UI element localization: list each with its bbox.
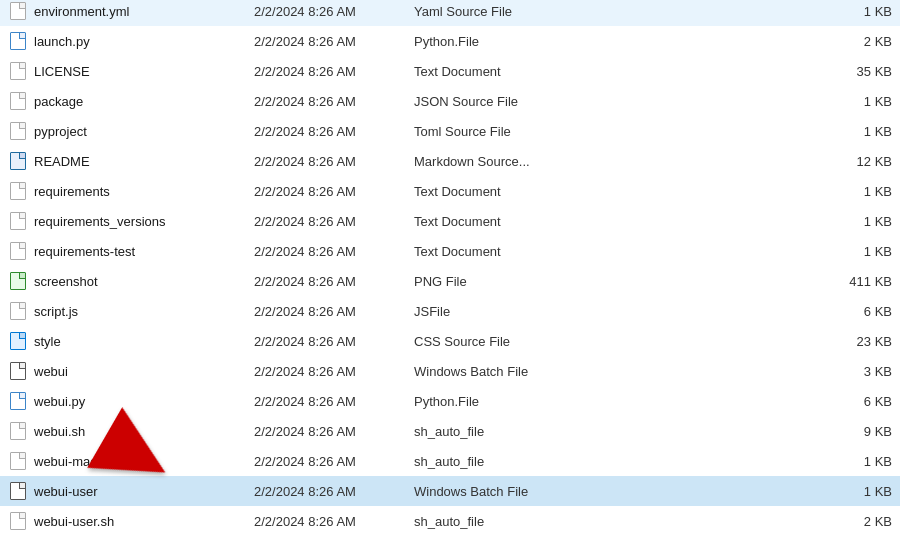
file-name: screenshot	[34, 274, 254, 289]
file-type: Text Document	[414, 184, 822, 199]
table-row[interactable]: environment.yml2/2/2024 8:26 AMYaml Sour…	[0, 0, 900, 26]
file-type: sh_auto_file	[414, 514, 822, 529]
file-date: 2/2/2024 8:26 AM	[254, 4, 414, 19]
file-type: Text Document	[414, 64, 822, 79]
table-row[interactable]: launch.py2/2/2024 8:26 AMPython.File2 KB	[0, 26, 900, 56]
file-name: webui.sh	[34, 424, 254, 439]
file-type: JSFile	[414, 304, 822, 319]
file-type: JSON Source File	[414, 94, 822, 109]
file-type: Yaml Source File	[414, 4, 822, 19]
table-row[interactable]: screenshot2/2/2024 8:26 AMPNG File411 KB	[0, 266, 900, 296]
table-row[interactable]: webui2/2/2024 8:26 AMWindows Batch File3…	[0, 356, 900, 386]
file-date: 2/2/2024 8:26 AM	[254, 364, 414, 379]
table-row[interactable]: package2/2/2024 8:26 AMJSON Source File1…	[0, 86, 900, 116]
file-name: webui	[34, 364, 254, 379]
file-name: LICENSE	[34, 64, 254, 79]
file-size: 2 KB	[822, 514, 892, 529]
file-type: Toml Source File	[414, 124, 822, 139]
file-date: 2/2/2024 8:26 AM	[254, 34, 414, 49]
file-size: 1 KB	[822, 94, 892, 109]
file-date: 2/2/2024 8:26 AM	[254, 244, 414, 259]
table-row[interactable]: requirements-test2/2/2024 8:26 AMText Do…	[0, 236, 900, 266]
file-size: 1 KB	[822, 124, 892, 139]
file-type: Windows Batch File	[414, 484, 822, 499]
file-size: 1 KB	[822, 244, 892, 259]
file-name: style	[34, 334, 254, 349]
file-type: Windows Batch File	[414, 364, 822, 379]
file-icon	[8, 31, 28, 51]
file-type: CSS Source File	[414, 334, 822, 349]
table-row[interactable]: script.js2/2/2024 8:26 AMJSFile6 KB	[0, 296, 900, 326]
file-size: 2 KB	[822, 34, 892, 49]
file-type: Markdown Source...	[414, 154, 822, 169]
file-size: 1 KB	[822, 4, 892, 19]
table-row[interactable]: pyproject2/2/2024 8:26 AMToml Source Fil…	[0, 116, 900, 146]
file-size: 3 KB	[822, 364, 892, 379]
file-list[interactable]: environment.yml2/2/2024 8:26 AMYaml Sour…	[0, 0, 900, 536]
file-date: 2/2/2024 8:26 AM	[254, 304, 414, 319]
file-icon	[8, 151, 28, 171]
table-row[interactable]: webui-user.sh2/2/2024 8:26 AMsh_auto_fil…	[0, 506, 900, 536]
file-type: Python.File	[414, 34, 822, 49]
file-name: README	[34, 154, 254, 169]
file-size: 411 KB	[822, 274, 892, 289]
file-name: webui-maco...	[34, 454, 254, 469]
file-date: 2/2/2024 8:26 AM	[254, 154, 414, 169]
file-date: 2/2/2024 8:26 AM	[254, 274, 414, 289]
file-size: 1 KB	[822, 484, 892, 499]
file-size: 9 KB	[822, 424, 892, 439]
file-icon	[8, 421, 28, 441]
file-name: package	[34, 94, 254, 109]
file-type: sh_auto_file	[414, 454, 822, 469]
file-name: webui.py	[34, 394, 254, 409]
file-name: requirements-test	[34, 244, 254, 259]
file-size: 6 KB	[822, 304, 892, 319]
file-icon	[8, 361, 28, 381]
file-name: requirements	[34, 184, 254, 199]
file-date: 2/2/2024 8:26 AM	[254, 214, 414, 229]
file-name: script.js	[34, 304, 254, 319]
table-row[interactable]: README2/2/2024 8:26 AMMarkdown Source...…	[0, 146, 900, 176]
file-date: 2/2/2024 8:26 AM	[254, 124, 414, 139]
file-name: environment.yml	[34, 4, 254, 19]
file-date: 2/2/2024 8:26 AM	[254, 394, 414, 409]
file-icon	[8, 91, 28, 111]
table-row[interactable]: requirements2/2/2024 8:26 AMText Documen…	[0, 176, 900, 206]
table-row[interactable]: style2/2/2024 8:26 AMCSS Source File23 K…	[0, 326, 900, 356]
file-icon	[8, 211, 28, 231]
table-row[interactable]: LICENSE2/2/2024 8:26 AMText Document35 K…	[0, 56, 900, 86]
file-type: Python.File	[414, 394, 822, 409]
file-date: 2/2/2024 8:26 AM	[254, 334, 414, 349]
file-name: webui-user	[34, 484, 254, 499]
file-icon	[8, 481, 28, 501]
file-icon	[8, 61, 28, 81]
file-icon	[8, 301, 28, 321]
file-icon	[8, 121, 28, 141]
table-row[interactable]: requirements_versions2/2/2024 8:26 AMTex…	[0, 206, 900, 236]
table-row[interactable]: webui-user2/2/2024 8:26 AMWindows Batch …	[0, 476, 900, 506]
file-icon	[8, 181, 28, 201]
file-icon	[8, 331, 28, 351]
file-date: 2/2/2024 8:26 AM	[254, 64, 414, 79]
file-type: Text Document	[414, 214, 822, 229]
file-size: 1 KB	[822, 454, 892, 469]
file-type: PNG File	[414, 274, 822, 289]
file-icon	[8, 511, 28, 531]
file-date: 2/2/2024 8:26 AM	[254, 424, 414, 439]
file-size: 35 KB	[822, 64, 892, 79]
file-date: 2/2/2024 8:26 AM	[254, 484, 414, 499]
table-row[interactable]: webui.sh2/2/2024 8:26 AMsh_auto_file9 KB	[0, 416, 900, 446]
file-icon	[8, 391, 28, 411]
file-size: 12 KB	[822, 154, 892, 169]
table-row[interactable]: webui.py2/2/2024 8:26 AMPython.File6 KB	[0, 386, 900, 416]
file-size: 1 KB	[822, 184, 892, 199]
file-size: 6 KB	[822, 394, 892, 409]
file-name: launch.py	[34, 34, 254, 49]
file-date: 2/2/2024 8:26 AM	[254, 454, 414, 469]
file-icon	[8, 271, 28, 291]
file-icon	[8, 451, 28, 471]
file-size: 1 KB	[822, 214, 892, 229]
table-row[interactable]: webui-maco...2/2/2024 8:26 AMsh_auto_fil…	[0, 446, 900, 476]
file-type: sh_auto_file	[414, 424, 822, 439]
file-date: 2/2/2024 8:26 AM	[254, 514, 414, 529]
